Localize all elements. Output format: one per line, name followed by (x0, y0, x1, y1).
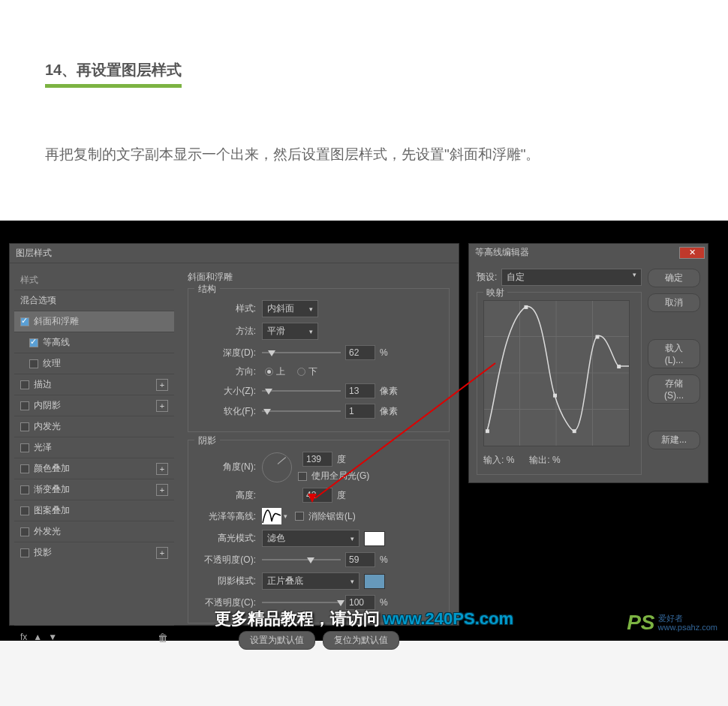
soften-unit: 像素 (380, 405, 398, 418)
inner-glow-row[interactable]: 内发光 (14, 416, 174, 437)
arrow-down-icon[interactable]: ▼ (48, 632, 57, 644)
pattern-overlay-row[interactable]: 图案叠加 (14, 500, 174, 521)
curve-editor[interactable] (483, 300, 630, 446)
outer-glow-checkbox[interactable] (20, 527, 29, 536)
direction-up-label: 上 (276, 365, 285, 378)
highlight-mode-label: 高光模式: (196, 532, 262, 545)
drop-shadow-row[interactable]: 投影 + (14, 542, 174, 563)
anti-alias-checkbox[interactable] (295, 512, 304, 521)
inner-glow-label: 内发光 (34, 420, 61, 433)
contour-row[interactable]: 等高线 (14, 332, 174, 353)
gradient-overlay-label: 渐变叠加 (34, 483, 70, 496)
blend-options-label: 混合选项 (20, 294, 56, 307)
gradient-overlay-row[interactable]: 渐变叠加 + (14, 479, 174, 500)
shadow-color-swatch[interactable] (364, 574, 385, 589)
arrow-up-icon[interactable]: ▲ (33, 632, 42, 644)
texture-label: 纹理 (43, 357, 61, 370)
preset-select[interactable]: 自定▾ (501, 269, 642, 286)
gloss-contour-picker[interactable]: ▾ (262, 508, 287, 524)
chevron-down-icon: ▾ (309, 328, 313, 335)
size-input[interactable]: 13 (345, 383, 375, 398)
color-overlay-add-icon[interactable]: + (156, 463, 168, 475)
footer-caption: 更多精品教程，请访问 www.240PS.com (215, 608, 513, 630)
shadow-mode-value: 正片叠底 (267, 575, 303, 587)
bevel-emboss-row[interactable]: 斜面和浮雕 (14, 311, 174, 332)
shadow-opacity-label: 不透明度(C): (196, 596, 262, 609)
direction-up-radio[interactable] (265, 368, 273, 376)
bevel-checkbox[interactable] (20, 317, 29, 326)
chevron-down-icon: ▾ (284, 512, 287, 520)
inner-shadow-add-icon[interactable]: + (156, 400, 168, 412)
logo-sub2: www.psahz.com (658, 623, 717, 632)
drop-shadow-add-icon[interactable]: + (156, 547, 168, 559)
annotation-marker (306, 492, 318, 504)
depth-input[interactable]: 62 (345, 345, 375, 360)
set-default-button[interactable]: 设置为默认值 (239, 631, 315, 650)
preset-label: 预设: (477, 271, 497, 284)
angle-dial[interactable] (262, 452, 292, 482)
svg-rect-11 (617, 365, 621, 368)
fx-menu-icon[interactable]: fx (20, 632, 27, 644)
gradient-overlay-checkbox[interactable] (20, 485, 29, 494)
global-light-checkbox[interactable] (298, 472, 307, 481)
shadow-opacity-slider[interactable] (262, 598, 341, 607)
shadow-mode-select[interactable]: 正片叠底▾ (262, 572, 359, 590)
texture-checkbox[interactable] (29, 359, 38, 368)
highlight-mode-select[interactable]: 滤色▾ (262, 530, 359, 547)
drop-shadow-label: 投影 (34, 546, 52, 559)
inner-shadow-checkbox[interactable] (20, 401, 29, 410)
stroke-add-icon[interactable]: + (156, 379, 168, 391)
style-select[interactable]: 内斜面▾ (262, 300, 318, 317)
styles-list-panel: 样式 混合选项 斜面和浮雕 等高线 纹理 描边 + (10, 263, 179, 657)
highlight-opacity-input[interactable]: 59 (345, 552, 375, 567)
color-overlay-row[interactable]: 颜色叠加 + (14, 458, 174, 479)
load-button[interactable]: 载入(L)... (648, 339, 700, 368)
output-unit: % (552, 455, 561, 465)
save-button[interactable]: 存储(S)... (648, 374, 700, 404)
reset-default-button[interactable]: 复位为默认值 (323, 631, 399, 650)
altitude-label: 高度: (196, 489, 262, 502)
screenshot-container: 图层样式 样式 混合选项 斜面和浮雕 等高线 纹理 (0, 221, 728, 641)
stroke-checkbox[interactable] (20, 380, 29, 389)
technique-select[interactable]: 平滑▾ (262, 323, 318, 340)
chevron-down-icon: ▾ (350, 535, 354, 542)
angle-input[interactable]: 139 (302, 452, 332, 467)
pattern-overlay-checkbox[interactable] (20, 506, 29, 515)
gradient-overlay-add-icon[interactable]: + (156, 484, 168, 496)
stroke-row[interactable]: 描边 + (14, 374, 174, 395)
cancel-button[interactable]: 取消 (648, 293, 700, 312)
outer-glow-row[interactable]: 外发光 (14, 521, 174, 542)
shading-legend: 阴影 (194, 434, 220, 447)
shadow-mode-label: 阴影模式: (196, 575, 262, 587)
color-overlay-checkbox[interactable] (20, 464, 29, 473)
highlight-mode-value: 滤色 (267, 532, 285, 545)
new-button[interactable]: 新建... (648, 431, 700, 449)
trash-icon[interactable]: 🗑 (158, 632, 168, 644)
drop-shadow-checkbox[interactable] (20, 548, 29, 557)
direction-down-radio[interactable] (297, 368, 305, 376)
inner-shadow-row[interactable]: 内阴影 + (14, 395, 174, 416)
satin-row[interactable]: 光泽 (14, 437, 174, 458)
footer-prefix: 更多精品教程，请访问 (215, 608, 380, 630)
angle-label: 角度(N): (196, 461, 262, 473)
close-icon[interactable]: ✕ (679, 247, 705, 259)
highlight-opacity-slider[interactable] (262, 555, 341, 564)
highlight-color-swatch[interactable] (364, 531, 385, 546)
satin-checkbox[interactable] (20, 443, 29, 452)
svg-rect-10 (595, 335, 599, 339)
contour-editor-title: 等高线编辑器 (475, 246, 529, 259)
style-value: 内斜面 (267, 302, 294, 315)
size-slider[interactable] (262, 386, 341, 395)
ok-button[interactable]: 确定 (648, 269, 700, 287)
texture-row[interactable]: 纹理 (14, 353, 174, 374)
inner-glow-checkbox[interactable] (20, 422, 29, 431)
contour-checkbox[interactable] (29, 338, 38, 347)
soften-slider[interactable] (262, 407, 341, 416)
soften-input[interactable]: 1 (345, 404, 375, 419)
svg-marker-13 (308, 494, 317, 503)
style-label: 样式: (196, 302, 262, 315)
technique-label: 方法: (196, 325, 262, 338)
outer-glow-label: 外发光 (34, 525, 61, 538)
blend-options-row[interactable]: 混合选项 (14, 290, 174, 311)
depth-slider[interactable] (262, 348, 341, 357)
